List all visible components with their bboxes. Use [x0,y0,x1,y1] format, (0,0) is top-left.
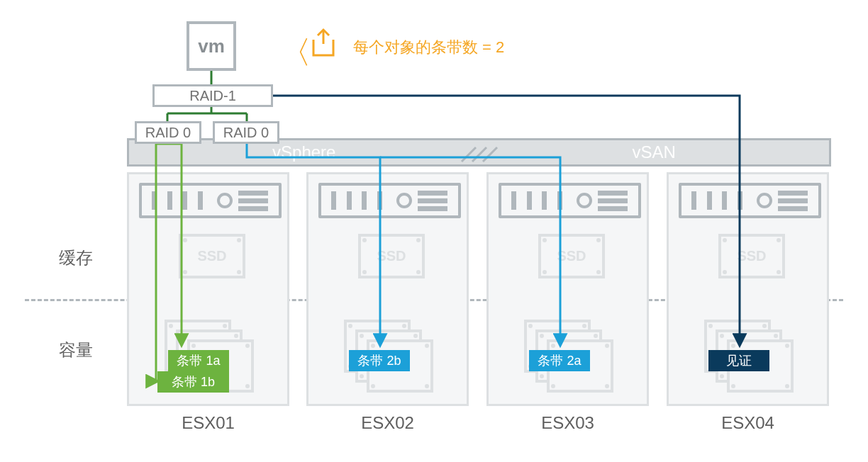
host-label: ESX01 [127,413,289,433]
stripe-2a-badge: 条带 2a [529,350,590,371]
raid-0-left-box: RAID 0 [135,121,201,144]
vsphere-label: vSphere [129,140,479,164]
ssd-cache-icon: SSD [179,234,245,278]
stripe-1b-badge: 条带 1b [157,371,229,393]
vm-box: vm [187,21,236,71]
cache-row-label: 缓存 [59,247,93,269]
server-icon [318,183,461,218]
server-icon [139,183,282,218]
host-label: ESX04 [667,413,829,433]
stripe-1a-badge: 条带 1a [168,350,229,371]
ssd-cache-icon: SSD [538,234,605,278]
witness-badge: 见证 [708,350,769,371]
capacity-row-label: 容量 [59,339,93,361]
server-icon [679,183,821,218]
stripe-policy-text: 每个对象的条带数 = 2 [353,37,504,58]
ssd-cache-icon: SSD [358,234,425,278]
host-label: ESX03 [486,413,649,433]
vsan-label: vSAN [479,140,830,164]
host-label: ESX02 [306,413,469,433]
policy-icon [306,27,340,64]
raid-0-right-box: RAID 0 [213,121,279,144]
ssd-cache-icon: SSD [718,234,785,278]
raid-1-box: RAID-1 [152,84,273,107]
cluster-divider-icon [458,140,501,169]
stripe-2b-badge: 条带 2b [349,350,410,371]
server-icon [499,183,641,218]
